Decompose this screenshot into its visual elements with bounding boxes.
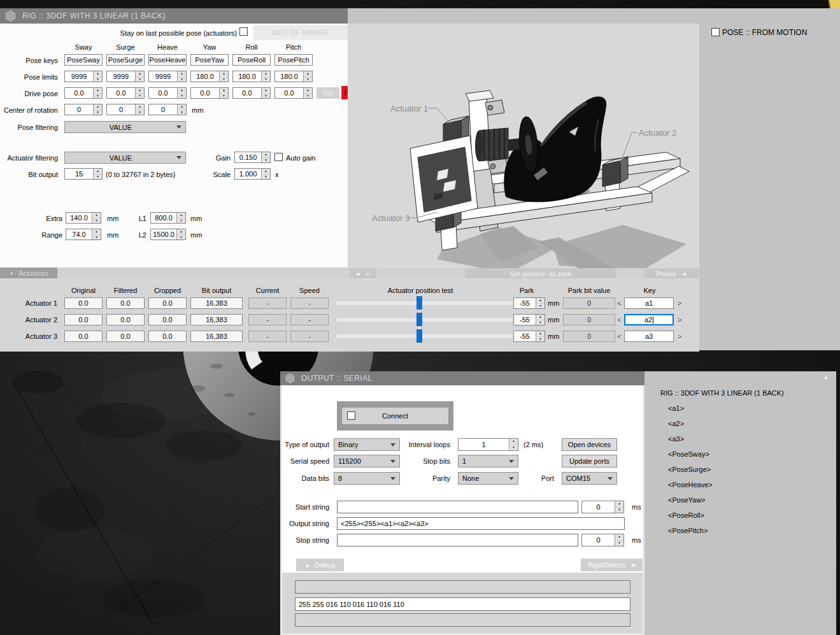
th-original: Original [64, 287, 103, 294]
actuator1-speed: - [290, 297, 329, 309]
center-rotation-y-spinner[interactable]: 0 [106, 104, 145, 115]
pose-limit-yaw-spinner[interactable]: 180.0 [190, 71, 229, 82]
pose-filtering-dropdown[interactable]: VALUE [64, 121, 186, 133]
gain-spinner[interactable]: 0.150 [234, 152, 271, 163]
start-string-input[interactable] [337, 501, 578, 513]
scale-spinner[interactable]: 1.000 [234, 168, 271, 180]
nav-right-icon[interactable] [366, 271, 371, 277]
rig-window-titlebar[interactable]: RIG :: 3DOF WITH 3 LINEAR (1 BACK) [0, 8, 348, 24]
drive-pose-yaw-spinner[interactable]: 0.0 [190, 87, 229, 99]
drive-pose-roll-spinner[interactable]: 0.0 [232, 87, 271, 99]
actuator2-key-input[interactable]: a2 [624, 314, 674, 325]
auto-gain-checkbox[interactable] [274, 153, 283, 161]
nav-left-icon[interactable] [355, 271, 360, 277]
pose-key-pitch-input[interactable]: PosePitch [274, 54, 313, 66]
serial-window-titlebar[interactable]: OUTPUT :: SERIAL [280, 371, 644, 385]
pose-limit-roll-spinner[interactable]: 180.0 [232, 71, 271, 82]
parity-dropdown[interactable]: None [458, 472, 518, 485]
tab-debug[interactable]: Debug [296, 559, 344, 571]
set-position-as-park-button[interactable]: Set position as park [465, 268, 616, 279]
output-string-input[interactable]: <255><255><a1><a2><a3> [337, 517, 625, 530]
pose-limit-sway-spinner[interactable]: 9999 [64, 71, 103, 82]
stay-pose-checkbox[interactable] [239, 27, 248, 36]
pose-key-heave-input[interactable]: PoseHeave [148, 54, 187, 66]
th-park: Park [508, 287, 546, 294]
l2-label: L2 [131, 231, 146, 239]
actuator3-slider-thumb[interactable] [416, 329, 422, 343]
center-rotation-z-spinner[interactable]: 0 [148, 104, 187, 115]
application-root: RIG :: 3DOF WITH 3 LINEAR (1 BACK) Stay … [0, 0, 840, 635]
stop-string-input[interactable] [337, 534, 578, 546]
rigs-panel-item-posesurge: <PoseSurge> [668, 466, 711, 474]
connect-checkbox[interactable] [347, 411, 355, 420]
stop-delay-spinner[interactable]: 0 [581, 534, 624, 546]
l1-spinner[interactable]: 800.0 [150, 212, 186, 224]
bit-output-spinner[interactable]: 15 [64, 168, 103, 180]
actuator2-slider-thumb[interactable] [416, 313, 422, 326]
actuator2-cropped: 0.0 [148, 314, 187, 325]
stop-bits-dropdown[interactable]: 1 [458, 455, 518, 467]
pose-key-surge-input[interactable]: PoseSurge [106, 54, 145, 66]
connect-button[interactable]: Connect [342, 408, 448, 424]
extra-spinner[interactable]: 140.0 [66, 212, 101, 224]
range-spinner[interactable]: 74.0 [66, 229, 101, 240]
actuator1-test-slider[interactable] [336, 301, 513, 305]
serial-speed-label: Serial speed [255, 457, 329, 466]
rigs-panel-collapse-icon[interactable] [823, 373, 829, 380]
rig-3d-viewport[interactable] [348, 24, 699, 268]
l2-spinner[interactable]: 1500.0 [150, 229, 186, 240]
pose-limit-surge-spinner[interactable]: 9999 [106, 71, 145, 82]
dropdown-arrow-icon [509, 477, 514, 480]
actuator3-bit-output: 16,383 [190, 331, 243, 342]
pose-key-yaw-input[interactable]: PoseYaw [190, 54, 229, 66]
l1-unit: mm [190, 215, 202, 223]
rig-top-strip [348, 8, 699, 24]
actuator3-key-input[interactable]: a3 [624, 331, 674, 342]
pose-key-sway-input[interactable]: PoseSway [64, 54, 103, 66]
stop-bits-label: Stop bits [382, 457, 450, 466]
center-rotation-x-spinner[interactable]: 0 [64, 104, 103, 115]
actuator1-slider-thumb[interactable] [416, 296, 422, 310]
drive-pose-surge-spinner[interactable]: 0.0 [106, 87, 145, 99]
tab-actuators[interactable]: Actuators [0, 268, 57, 278]
open-devices-button[interactable]: Open devices [562, 438, 617, 451]
drive-pose-heave-spinner[interactable]: 0.0 [148, 87, 187, 99]
poses-button[interactable]: Poses [644, 268, 699, 279]
viewport-nav-buttons[interactable] [350, 268, 376, 279]
app-logo-icon [284, 372, 296, 385]
drive-pose-label: Drive pose [0, 90, 58, 98]
dropdown-arrow-icon [176, 156, 182, 159]
set-drive-pose-button[interactable]: Set [317, 87, 339, 99]
actuator1-park-spinner[interactable]: -55 [513, 297, 545, 309]
actuator-filtering-dropdown[interactable]: VALUE [64, 152, 186, 164]
actuator1-row-label: Actuator 1 [11, 299, 57, 308]
drive-pose-pitch-spinner[interactable]: 0.0 [274, 87, 313, 99]
port-dropdown[interactable]: COM15 [562, 472, 617, 485]
actuator1-key-close-bracket: > [678, 299, 681, 308]
rigs-panel-title: RIG :: 3DOF WITH 3 LINEAR (1 BACK) [660, 389, 784, 397]
parity-label: Parity [382, 474, 450, 483]
actuator2-test-slider[interactable] [336, 318, 513, 322]
actuator1-bit-output: 16,383 [190, 297, 243, 309]
drive-pose-sway-spinner[interactable]: 0.0 [64, 87, 103, 99]
actuator1-key-input[interactable]: a1 [624, 297, 674, 309]
rigs-panel-item-poseroll: <PoseRoll> [668, 511, 704, 520]
pose-limit-heave-spinner[interactable]: 9999 [148, 71, 187, 82]
interval-loops-spinner[interactable]: 1 [458, 438, 518, 451]
rigs-directs-button[interactable]: Rigs/Directs [581, 559, 643, 571]
actuator3-original: 0.0 [64, 331, 103, 342]
pose-keys-label: Pose keys [0, 57, 58, 65]
pose-limit-pitch-spinner[interactable]: 180.0 [274, 71, 313, 82]
th-cropped: Cropped [148, 287, 187, 294]
start-delay-unit: ms [632, 503, 641, 511]
actuator3-park-spinner[interactable]: -55 [513, 331, 545, 342]
actuator2-park-spinner[interactable]: -55 [513, 314, 545, 325]
update-ports-button[interactable]: Update ports [562, 455, 617, 467]
rig-monitor [410, 136, 478, 222]
pose-from-motion-checkbox[interactable] [711, 28, 720, 36]
viewport-actuator3-label: Actuator 3 [372, 213, 409, 223]
actuator3-test-slider[interactable] [336, 334, 513, 338]
pose-key-roll-input[interactable]: PoseRoll [232, 54, 271, 66]
start-delay-spinner[interactable]: 0 [581, 501, 624, 513]
dropdown-arrow-icon [176, 125, 182, 129]
